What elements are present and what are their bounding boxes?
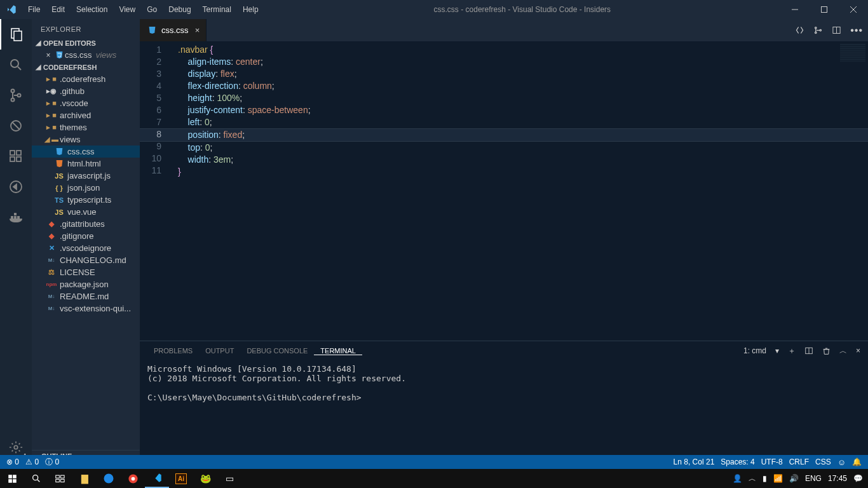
wifi-icon[interactable]: 📶 — [773, 474, 783, 483]
status-warnings[interactable]: ⚠ 0 — [25, 458, 39, 466]
panel-tab-debug-console[interactable]: DEBUG CONSOLE — [240, 347, 314, 355]
open-editor-item[interactable]: × css.css views — [32, 49, 140, 61]
new-terminal-icon[interactable]: ＋ — [788, 346, 796, 356]
tray-up-icon[interactable]: ︿ — [749, 473, 756, 484]
file-item[interactable]: JSjavascript.js — [32, 170, 140, 182]
start-button[interactable] — [0, 469, 24, 488]
svg-rect-16 — [17, 157, 21, 161]
folder-item[interactable]: ▸ ■.coderefresh — [32, 73, 140, 85]
split-terminal-icon[interactable] — [804, 346, 813, 355]
file-item[interactable]: ◆.gitattributes — [32, 218, 140, 230]
feedback-icon[interactable]: ☺ — [837, 458, 846, 467]
activity-search[interactable] — [0, 50, 32, 80]
menu-edit[interactable]: Edit — [46, 0, 71, 19]
folder-item[interactable]: ▸ ■themes — [32, 121, 140, 133]
close-button[interactable] — [839, 0, 868, 19]
menu-selection[interactable]: Selection — [71, 0, 113, 19]
css3-icon — [146, 26, 158, 34]
svg-point-8 — [11, 90, 15, 93]
file-item[interactable]: { }json.json — [32, 182, 140, 194]
status-spaces[interactable]: Spaces: 4 — [721, 458, 754, 466]
search-button[interactable] — [24, 469, 48, 488]
editor[interactable]: 1234567891011 .navbar { align-items: cen… — [140, 41, 868, 341]
minimize-button[interactable] — [780, 0, 810, 19]
panel-tab-terminal[interactable]: TERMINAL — [314, 347, 362, 355]
file-explorer-app[interactable]: ▇ — [72, 469, 97, 488]
file-item[interactable]: M↓CHANGELOG.md — [32, 254, 140, 266]
folder-item[interactable]: ▸ ■.vscode — [32, 97, 140, 109]
sidebar-title: EXPLORER — [32, 19, 140, 37]
file-item[interactable]: npmpackage.json — [32, 278, 140, 290]
activity-docker[interactable] — [0, 202, 32, 233]
maximize-button[interactable] — [810, 0, 839, 19]
chrome-app[interactable] — [121, 469, 145, 488]
clock[interactable]: 17:45 — [828, 474, 847, 483]
file-item[interactable]: JSvue.vue — [32, 206, 140, 218]
more-icon[interactable]: ••• — [850, 25, 863, 36]
maximize-panel-icon[interactable]: ︿ — [839, 346, 847, 356]
activity-debug[interactable] — [0, 111, 32, 141]
file-item[interactable]: ✕.vscodeignore — [32, 242, 140, 254]
open-changes-icon[interactable] — [813, 25, 823, 35]
code-area[interactable]: .navbar { align-items: center; display: … — [178, 44, 868, 178]
menu-view[interactable]: View — [113, 0, 141, 19]
language-indicator[interactable]: ENG — [805, 474, 822, 483]
menu-terminal[interactable]: Terminal — [197, 0, 237, 19]
activity-live-share[interactable] — [0, 172, 32, 202]
close-icon[interactable]: × — [195, 25, 200, 35]
svg-rect-36 — [55, 475, 59, 478]
dropdown-icon[interactable]: ▾ — [775, 346, 779, 355]
file-item[interactable]: ⚖LICENSE — [32, 266, 140, 278]
panel-tab-output[interactable]: OUTPUT — [199, 347, 240, 355]
minimap[interactable] — [840, 44, 865, 62]
git-icon: ◆ — [46, 232, 57, 240]
status-eol[interactable]: CRLF — [789, 458, 809, 466]
app-icon[interactable]: 🐸 — [193, 469, 217, 488]
close-panel-icon[interactable]: × — [856, 346, 860, 355]
task-view-button[interactable] — [48, 469, 72, 488]
status-cursor[interactable]: Ln 8, Col 21 — [674, 458, 715, 466]
status-encoding[interactable]: UTF-8 — [761, 458, 783, 466]
menu-help[interactable]: Help — [237, 0, 264, 19]
file-item[interactable]: M↓README.md — [32, 290, 140, 302]
panel-tab-problems[interactable]: PROBLEMS — [147, 347, 199, 355]
terminal-selector[interactable]: 1: cmd — [743, 346, 766, 355]
app-icon[interactable]: ▭ — [217, 469, 241, 488]
kill-terminal-icon[interactable] — [822, 347, 831, 355]
status-info[interactable]: ⓘ 0 — [45, 457, 59, 468]
compare-changes-icon[interactable] — [795, 25, 804, 35]
volume-icon[interactable]: 🔊 — [789, 474, 799, 483]
file-item[interactable]: TStypescript.ts — [32, 194, 140, 206]
people-icon[interactable]: 👤 — [733, 474, 742, 483]
section-open-editors[interactable]: ◢OPEN EDITORS — [32, 37, 140, 49]
status-language[interactable]: CSS — [815, 458, 831, 466]
folder-item[interactable]: ◢ ▬views — [32, 133, 140, 146]
action-center-icon[interactable]: 💬 — [853, 474, 863, 483]
windows-taskbar: ▇ Ai 🐸 ▭ 👤 ︿ ▮ 📶 🔊 ENG 17:45 💬 — [0, 469, 868, 488]
status-errors[interactable]: ⊗ 0 — [6, 458, 19, 466]
folder-item[interactable]: ▸ ◉.github — [32, 85, 140, 97]
svg-rect-31 — [13, 475, 17, 478]
battery-icon[interactable]: ▮ — [763, 474, 767, 483]
terminal-output[interactable]: Microsoft Windows [Version 10.0.17134.64… — [140, 360, 868, 406]
illustrator-app[interactable]: Ai — [169, 469, 193, 488]
activity-source-control[interactable] — [0, 80, 32, 111]
activity-explorer[interactable] — [0, 19, 32, 50]
edge-app[interactable] — [97, 469, 121, 488]
activity-extensions[interactable] — [0, 141, 32, 172]
menu-file[interactable]: File — [22, 0, 46, 19]
editor-tab[interactable]: css.css × — [140, 19, 207, 41]
github-icon: ▸ ◉ — [46, 87, 57, 95]
menu-debug[interactable]: Debug — [163, 0, 196, 19]
vscode-app[interactable] — [145, 469, 169, 488]
notifications-icon[interactable]: 🔔 — [852, 458, 862, 466]
split-editor-icon[interactable] — [832, 25, 841, 35]
menu-go[interactable]: Go — [141, 0, 163, 19]
folder-item[interactable]: ▸ ■archived — [32, 109, 140, 121]
close-icon[interactable]: × — [43, 51, 53, 60]
file-item[interactable]: ◆.gitignore — [32, 230, 140, 242]
file-item[interactable]: css.css — [32, 146, 140, 158]
file-item[interactable]: M↓vsc-extension-qui... — [32, 302, 140, 315]
section-folder[interactable]: ◢CODEREFRESH — [32, 61, 140, 73]
file-item[interactable]: html.html — [32, 158, 140, 170]
